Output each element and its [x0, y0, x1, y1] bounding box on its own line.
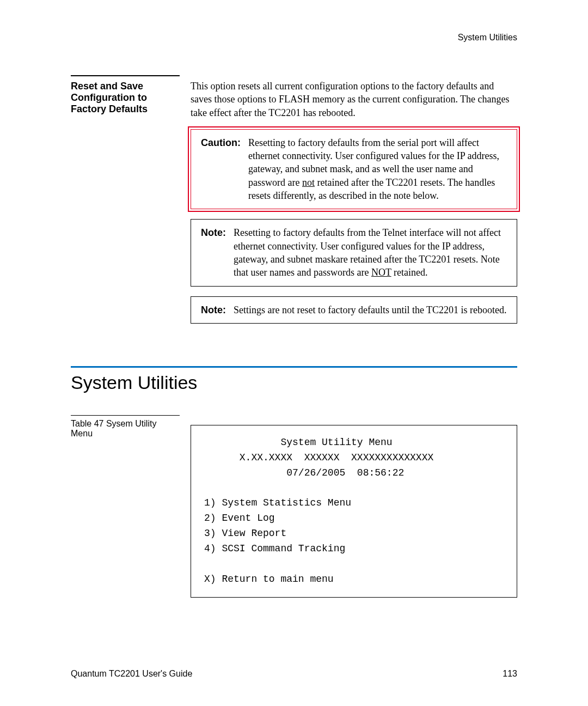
note1-post: retained.: [391, 267, 428, 278]
note-box-1: Note: Resetting to factory defaults from…: [191, 219, 517, 286]
reset-section: Reset and Save Configuration to Factory …: [71, 75, 517, 333]
reset-body-column: This option resets all current configura…: [191, 75, 517, 333]
menu-box: System Utility Menu X.XX.XXXX XXXXXX XXX…: [191, 425, 517, 598]
caution-text: Resetting to factory defaults from the s…: [248, 136, 507, 202]
caution-label: Caution:: [201, 136, 241, 149]
main-heading: System Utilities: [71, 366, 517, 393]
table-caption: Table 47 Sysem Utility Menu: [71, 415, 180, 439]
note1-text: Resetting to factory defaults from the T…: [234, 226, 507, 279]
note-box-2: Note: Settings are not reset to factory …: [191, 296, 517, 324]
side-heading-reset: Reset and Save Configuration to Factory …: [71, 75, 180, 115]
note1-label: Note:: [201, 226, 226, 239]
note1-pre: Resetting to factory defaults from the T…: [234, 227, 501, 278]
footer-page-number: 113: [503, 669, 517, 679]
footer: Quantum TC2201 User's Guide 113: [71, 669, 517, 679]
note2-text: Settings are not reset to factory defaul…: [234, 303, 507, 317]
note1-underline: NOT: [371, 267, 391, 278]
caution-box: Caution: Resetting to factory defaults f…: [191, 129, 517, 209]
caution-underline: not: [302, 177, 315, 188]
note2-label: Note:: [201, 303, 226, 317]
running-header: System Utilities: [71, 33, 517, 42]
reset-body-text: This option resets all current configura…: [191, 75, 517, 119]
footer-left: Quantum TC2201 User's Guide: [71, 669, 192, 679]
table-section: Table 47 Sysem Utility Menu System Utili…: [71, 415, 517, 598]
